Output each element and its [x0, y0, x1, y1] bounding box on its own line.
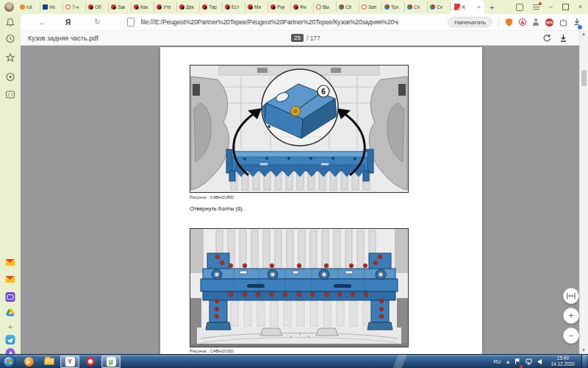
- active-tab[interactable]: К ×: [451, 0, 484, 14]
- tab-favicon-red-dot: [134, 4, 139, 10]
- current-page-input[interactable]: 25: [291, 34, 304, 42]
- browser-tab[interactable]: Об: [86, 2, 109, 12]
- instruction-text: Отвернуть болты (6).: [190, 205, 244, 212]
- browser-tab[interactable]: Дек: [177, 2, 200, 12]
- back-icon[interactable]: ←: [38, 14, 46, 30]
- protect-shield-icon[interactable]: [505, 18, 513, 26]
- taskbar-clock[interactable]: 15:49 14.12.2020: [551, 355, 575, 367]
- fit-width-button[interactable]: [563, 288, 579, 304]
- yandex-browser-button[interactable]: Y: [60, 355, 79, 368]
- pdf-download-icon[interactable]: [559, 34, 567, 43]
- browser-tab[interactable]: Фи: [291, 2, 314, 12]
- history-icon[interactable]: [6, 34, 15, 43]
- tab-favicon-red-ring: [362, 4, 367, 10]
- bookmarks-star-icon[interactable]: [6, 53, 15, 63]
- browser-tab[interactable]: Зап: [359, 2, 382, 12]
- bell-icon[interactable]: [6, 18, 15, 27]
- scroll-down-icon[interactable]: ▼: [581, 348, 586, 353]
- browser-tab[interactable]: Cit: [337, 2, 359, 12]
- browser-tab[interactable]: Но: [40, 2, 63, 12]
- volume-icon[interactable]: [537, 358, 544, 365]
- browser-tab[interactable]: Зак: [109, 2, 132, 12]
- adblock-icon[interactable]: ADB: [545, 18, 553, 26]
- callout-6-label: 6: [321, 88, 326, 96]
- browser-tab[interactable]: Сн: [405, 2, 428, 12]
- yandex-logo-icon[interactable]: Я: [65, 18, 71, 26]
- browser-tab[interactable]: rut: [18, 2, 40, 12]
- services-grid-icon[interactable]: [6, 91, 15, 99]
- browser-tab[interactable]: 7-ч: [63, 2, 86, 12]
- utorrent-button[interactable]: µ: [101, 355, 121, 368]
- minimize-button[interactable]: –: [549, 0, 553, 14]
- scroll-up-icon[interactable]: ▲: [581, 32, 586, 36]
- windows-taskbar: ▶ Y µ RU ▲ 15:49 14.12.2020: [0, 354, 588, 368]
- purple-app-icon[interactable]: [6, 292, 15, 302]
- network-icon[interactable]: [526, 358, 533, 365]
- pdf-content-area: 6 Рисунок : C4BH2URD Отвернуть болты (6)…: [21, 46, 579, 354]
- browser-tab[interactable]: Сн: [428, 2, 451, 12]
- zoom-in-button[interactable]: +: [563, 308, 579, 324]
- tab-favicon-red-dot: [111, 4, 116, 10]
- divider: [498, 18, 499, 26]
- rotate-icon[interactable]: [542, 34, 551, 43]
- download-badge: [577, 24, 583, 30]
- add-panel-icon[interactable]: +: [8, 322, 12, 331]
- browser-tab[interactable]: Рук: [268, 2, 291, 12]
- show-desktop-button[interactable]: [581, 355, 587, 368]
- telegram-icon[interactable]: [6, 335, 15, 344]
- tab-favicon-red-ring: [65, 4, 71, 10]
- total-pages: / 177: [306, 35, 320, 42]
- google-drive-icon[interactable]: [6, 308, 15, 316]
- explorer-button[interactable]: [40, 355, 59, 368]
- extensions-icon[interactable]: [559, 18, 567, 26]
- language-indicator[interactable]: RU: [493, 359, 501, 364]
- tab-label: Сн: [414, 4, 420, 10]
- panel-icon[interactable]: [516, 4, 523, 11]
- new-tab-button[interactable]: +: [484, 3, 499, 12]
- tab-favicon-multi: [407, 4, 412, 10]
- tab-favicon-red-dot: [293, 4, 298, 10]
- mail-icon-2[interactable]: [6, 276, 15, 283]
- action-center-flag-icon[interactable]: [514, 355, 521, 368]
- translate-icon[interactable]: A: [519, 18, 526, 26]
- browser-tab[interactable]: Ест: [223, 2, 245, 12]
- browser-tab[interactable]: Как: [132, 2, 154, 12]
- browser-tab[interactable]: Уте: [154, 2, 177, 12]
- url-text[interactable]: file:///E:/Peugeot%20Partner%20Tepee/Peu…: [141, 18, 398, 26]
- browser-tab[interactable]: Тар: [200, 2, 223, 12]
- opera-button[interactable]: [81, 355, 100, 368]
- browser-tab[interactable]: Ми: [245, 2, 268, 12]
- tab-label: Вы: [323, 4, 329, 10]
- tab-favicon-multi: [430, 4, 435, 10]
- zoom-out-button[interactable]: −: [563, 328, 579, 344]
- print-button[interactable]: Напечатать: [448, 17, 492, 27]
- page-indicator: 25 / 177: [291, 34, 320, 42]
- tab-label: Дек: [186, 4, 194, 10]
- browser-tab[interactable]: Вы: [314, 2, 337, 12]
- profile-avatar[interactable]: [4, 2, 14, 12]
- video-icon[interactable]: [6, 72, 15, 82]
- downloads-icon[interactable]: [573, 15, 581, 29]
- tab-favicon-orange: [20, 4, 25, 10]
- tab-close-icon[interactable]: ×: [477, 4, 481, 10]
- tab-favicon-navy: [43, 4, 48, 10]
- scrollbar[interactable]: ▲ ▼: [579, 30, 588, 354]
- maximize-button[interactable]: [562, 4, 569, 10]
- media-player-button[interactable]: ▶: [19, 355, 38, 368]
- browser-tab-bar: rutНо7-чОбЗакКакУтеДекТарЕстМиРукФиВыCit…: [0, 0, 588, 14]
- screen: rutНо7-чОбЗакКакУтеДекТарЕстМиРукФиВыCit…: [0, 0, 588, 368]
- tab-label: Уте: [163, 4, 171, 10]
- tab-label: rut: [26, 4, 32, 10]
- scrollbar-thumb[interactable]: [581, 70, 587, 86]
- figure1-caption: Рисунок : C4BH2URD: [190, 195, 234, 199]
- mail-icon[interactable]: [6, 259, 15, 266]
- system-tray: RU ▲ 15:49 14.12.2020: [493, 355, 587, 368]
- reader-icon[interactable]: [532, 18, 539, 26]
- browser-tab[interactable]: Трх: [382, 2, 405, 12]
- menu-notifications-icon[interactable]: [533, 4, 539, 10]
- pdf-zoom-controls: + −: [563, 288, 579, 344]
- refresh-icon[interactable]: ↻: [94, 14, 100, 30]
- hidden-icons-chevron[interactable]: ▲: [506, 359, 511, 364]
- close-button[interactable]: ×: [578, 0, 582, 14]
- start-button[interactable]: [3, 355, 15, 368]
